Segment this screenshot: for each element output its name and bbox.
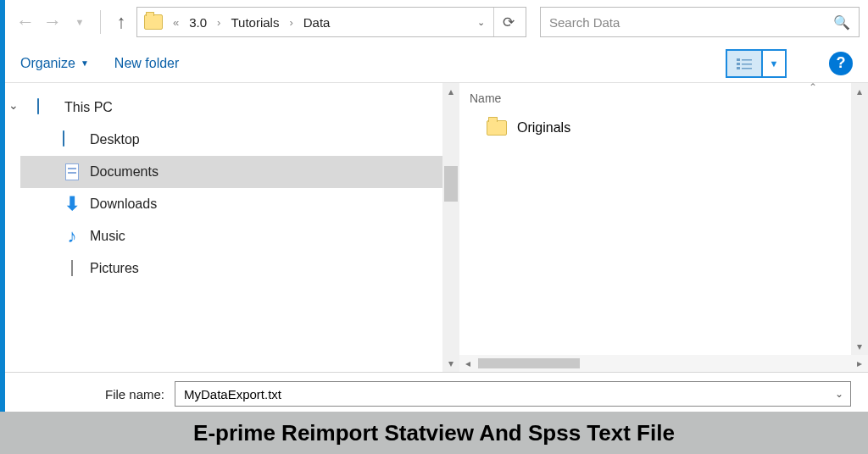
tree-label: Documents — [90, 164, 159, 180]
pictures-icon — [63, 260, 81, 277]
filename-value: MyDataExport.txt — [184, 387, 281, 401]
tree-label: Desktop — [90, 132, 140, 147]
content-pane: Name ⌃ Originals ▴ ▾ ◂ ▸ — [459, 83, 868, 372]
content-hscrollbar[interactable]: ◂ ▸ — [459, 355, 868, 372]
tree-pictures[interactable]: Pictures — [20, 252, 442, 285]
svg-rect-1 — [742, 59, 752, 61]
collapse-icon[interactable]: ⌄ — [8, 98, 19, 112]
scroll-left-icon[interactable]: ◂ — [459, 357, 476, 369]
up-button[interactable]: ↑ — [109, 10, 133, 34]
navbar: ← → ▼ ↑ « 3.0 › Tutorials › Data ⌄ ⟳ 🔍 — [5, 0, 868, 44]
tree-label: Downloads — [90, 197, 157, 212]
music-icon: ♪ — [63, 228, 81, 245]
tree-pane: ⌄ This PC Desktop Documents ⬇ Downloads … — [5, 83, 442, 372]
caption-text: E-prime Reimport Statview And Spss Text … — [193, 420, 675, 446]
content-vscrollbar[interactable]: ▴ ▾ — [851, 83, 868, 355]
tree-scrollbar[interactable]: ▴ ▾ — [442, 83, 459, 372]
view-options: ▼ — [726, 49, 787, 78]
forward-button[interactable]: → — [41, 10, 64, 34]
tree-label: Music — [90, 229, 125, 244]
scroll-right-icon[interactable]: ▸ — [851, 357, 868, 369]
scroll-thumb[interactable] — [444, 166, 458, 202]
tree-desktop[interactable]: Desktop — [20, 124, 442, 156]
name-header-label: Name — [470, 91, 501, 105]
main-area: ⌄ This PC Desktop Documents ⬇ Downloads … — [5, 83, 868, 372]
save-dialog: ← → ▼ ↑ « 3.0 › Tutorials › Data ⌄ ⟳ 🔍 O… — [0, 0, 868, 454]
scroll-track[interactable] — [851, 100, 868, 338]
chevron-right-icon: › — [284, 16, 298, 29]
folder-icon — [487, 120, 507, 136]
caption-bar: E-prime Reimport Statview And Spss Text … — [0, 412, 868, 454]
view-dropdown-button[interactable]: ▼ — [761, 51, 785, 76]
column-header-name[interactable]: Name ⌃ — [470, 91, 868, 115]
folder-item[interactable]: Originals — [470, 115, 868, 141]
svg-rect-5 — [742, 68, 752, 69]
desktop-icon — [63, 131, 81, 148]
dropdown-icon[interactable]: ⌄ — [835, 388, 843, 400]
scroll-track[interactable] — [476, 357, 851, 369]
organize-label: Organize — [20, 56, 75, 71]
tree-label: Pictures — [90, 261, 139, 276]
breadcrumb-prefix: « — [168, 16, 184, 29]
search-box[interactable]: 🔍 — [540, 7, 860, 37]
svg-rect-4 — [737, 67, 740, 69]
folder-name: Originals — [517, 120, 570, 136]
filename-input[interactable]: MyDataExport.txt ⌄ — [175, 381, 851, 407]
scroll-up-icon[interactable]: ▴ — [851, 83, 868, 100]
new-folder-label: New folder — [114, 56, 179, 71]
pc-icon — [37, 99, 56, 116]
breadcrumb-seg[interactable]: Tutorials — [227, 15, 282, 30]
tree-this-pc[interactable]: This PC — [20, 91, 442, 124]
search-icon[interactable]: 🔍 — [833, 14, 850, 30]
svg-rect-2 — [737, 63, 740, 65]
scroll-up-icon[interactable]: ▴ — [442, 83, 459, 100]
history-dropdown[interactable]: ▼ — [68, 10, 92, 34]
tree-documents[interactable]: Documents — [20, 156, 442, 188]
caret-down-icon: ▼ — [81, 58, 89, 68]
scroll-track[interactable] — [442, 100, 459, 355]
organize-button[interactable]: Organize ▼ — [20, 56, 89, 71]
view-details-button[interactable] — [727, 51, 761, 76]
chevron-right-icon: › — [212, 16, 225, 29]
toolbar: Organize ▼ New folder ▼ ? — [5, 44, 868, 83]
tree-downloads[interactable]: ⬇ Downloads — [20, 188, 442, 220]
svg-rect-3 — [742, 64, 752, 65]
new-folder-button[interactable]: New folder — [114, 56, 179, 71]
scroll-down-icon[interactable]: ▾ — [442, 355, 459, 372]
breadcrumb-seg[interactable]: Data — [300, 15, 334, 30]
download-icon: ⬇ — [63, 196, 81, 213]
address-bar[interactable]: « 3.0 › Tutorials › Data ⌄ ⟳ — [136, 7, 526, 37]
back-button[interactable]: ← — [14, 10, 37, 34]
tree-label: This PC — [64, 100, 113, 115]
tree-music[interactable]: ♪ Music — [20, 220, 442, 252]
refresh-button[interactable]: ⟳ — [493, 8, 522, 36]
filename-row: File name: MyDataExport.txt ⌄ — [22, 381, 851, 407]
svg-rect-0 — [737, 58, 740, 61]
scroll-thumb[interactable] — [478, 358, 580, 368]
search-input[interactable] — [549, 15, 833, 30]
nav-separator — [100, 10, 101, 34]
scroll-down-icon[interactable]: ▾ — [851, 338, 868, 355]
filename-label: File name: — [22, 387, 175, 401]
breadcrumb-seg[interactable]: 3.0 — [186, 15, 210, 30]
address-dropdown[interactable]: ⌄ — [470, 17, 492, 28]
folder-icon — [144, 14, 163, 30]
document-icon — [63, 163, 81, 180]
sort-icon[interactable]: ⌃ — [809, 81, 817, 93]
help-button[interactable]: ? — [829, 52, 853, 75]
